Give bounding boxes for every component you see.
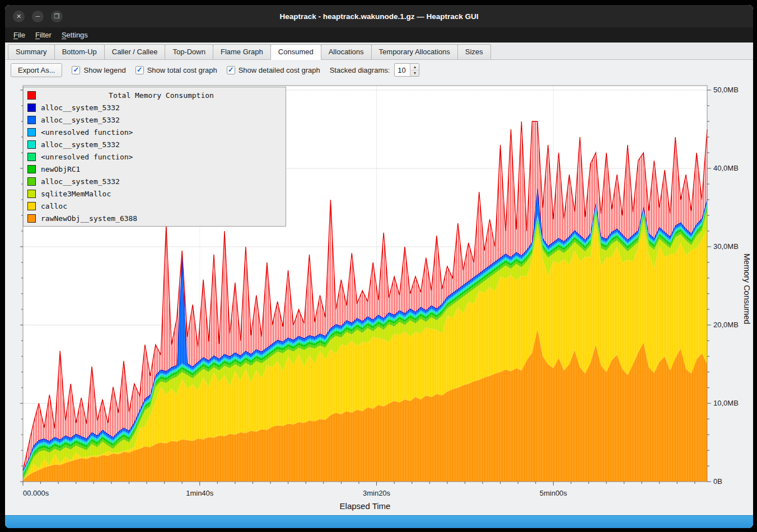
- legend-label: sqlite3MemMalloc: [41, 190, 111, 198]
- chart-legend: Total Memory Consumptionalloc__system_53…: [23, 87, 286, 227]
- maximize-button[interactable]: ❒: [51, 11, 63, 22]
- spinner-buttons: ▲ ▼: [410, 64, 419, 76]
- memory-consumption-chart: 00.000s1min40s3min20s5min00s0B10,0MB20,0…: [5, 80, 753, 515]
- tab-allocations[interactable]: Allocations: [321, 44, 372, 59]
- svg-text:30,0MB: 30,0MB: [713, 242, 739, 251]
- menu-settings[interactable]: Settings: [57, 29, 93, 41]
- minimize-icon: ─: [36, 13, 40, 20]
- legend-item: <unresolved function>: [27, 150, 282, 163]
- close-button[interactable]: ✕: [13, 11, 25, 22]
- toolbar: Export As... ✓ Show legend ✓ Show total …: [5, 60, 753, 80]
- checkbox-icon: ✓: [227, 66, 235, 74]
- legend-swatch-icon: [27, 103, 36, 112]
- legend-item: sqlite3MemMalloc: [27, 187, 282, 200]
- tab-bar: SummaryBottom-UpCaller / CalleeTop-DownF…: [5, 43, 753, 60]
- legend-label: newObjRC1: [41, 165, 80, 173]
- legend-swatch-icon: [27, 140, 36, 149]
- checkbox-label: Show total cost graph: [147, 66, 217, 74]
- legend-swatch-icon: [27, 116, 36, 124]
- y-axis-title: Memory Consumed: [742, 253, 751, 324]
- svg-text:20,0MB: 20,0MB: [713, 321, 739, 329]
- legend-label: <unresolved function>: [41, 153, 133, 161]
- timeline-scrollbar[interactable]: [5, 515, 753, 528]
- minimize-button[interactable]: ─: [32, 11, 44, 22]
- svg-text:00.000s: 00.000s: [23, 489, 49, 497]
- maximize-icon: ❒: [54, 13, 60, 20]
- tab-temporary-allocations[interactable]: Temporary Allocations: [371, 44, 458, 59]
- legend-item: newObjRC1: [27, 163, 282, 175]
- titlebar[interactable]: ✕ ─ ❒ Heaptrack - heaptrack.wakunode.1.g…: [5, 5, 753, 27]
- tab-summary[interactable]: Summary: [8, 44, 55, 59]
- tab-flame-graph[interactable]: Flame Graph: [213, 44, 271, 59]
- checkbox-label: Show legend: [83, 66, 125, 74]
- desktop-background: ✕ ─ ❒ Heaptrack - heaptrack.wakunode.1.g…: [0, 0, 757, 532]
- svg-text:0B: 0B: [713, 477, 722, 486]
- legend-label: rawNewObj__system_6388: [41, 214, 137, 223]
- legend-swatch-icon: [27, 190, 36, 198]
- spinbox-value[interactable]: 10: [395, 64, 410, 76]
- legend-item: alloc__system_5332: [27, 138, 282, 150]
- checkbox-icon: ✓: [72, 66, 80, 74]
- legend-label: Total Memory Consumption: [41, 91, 282, 100]
- stacked-diagrams-label: Stacked diagrams:: [330, 66, 390, 74]
- stacked-diagrams-spinbox[interactable]: 10 ▲ ▼: [394, 63, 419, 77]
- tab-consumed[interactable]: Consumed: [270, 44, 321, 60]
- svg-text:1min40s: 1min40s: [186, 489, 214, 497]
- checkbox-icon: ✓: [135, 66, 144, 74]
- legend-item: alloc__system_5332: [27, 114, 282, 126]
- window-title: Heaptrack - heaptrack.wakunode.1.gz — He…: [280, 12, 479, 21]
- menu-file[interactable]: File: [8, 29, 30, 41]
- tab-top-down[interactable]: Top-Down: [165, 44, 213, 59]
- show-detailed-cost-graph-checkbox[interactable]: ✓ Show detailed cost graph: [227, 66, 320, 74]
- show-legend-checkbox[interactable]: ✓ Show legend: [72, 66, 125, 74]
- check-icon: ✓: [137, 66, 143, 73]
- legend-swatch-icon: [27, 165, 36, 173]
- svg-text:40,0MB: 40,0MB: [713, 164, 739, 172]
- svg-text:5min00s: 5min00s: [540, 489, 568, 497]
- svg-text:Elapsed Time: Elapsed Time: [340, 501, 391, 511]
- tab-sizes[interactable]: Sizes: [457, 44, 491, 59]
- menubar: FileFilterSettings: [5, 27, 753, 43]
- legend-label: calloc: [41, 202, 67, 210]
- legend-item: alloc__system_5332: [27, 101, 282, 114]
- check-icon: ✓: [228, 66, 234, 73]
- legend-label: alloc__system_5332: [41, 140, 120, 149]
- legend-label: alloc__system_5332: [41, 116, 120, 124]
- legend-swatch-icon: [27, 177, 36, 186]
- export-as-button[interactable]: Export As...: [11, 63, 62, 77]
- svg-text:3min20s: 3min20s: [363, 489, 391, 497]
- legend-swatch-icon: [27, 202, 36, 210]
- svg-text:10,0MB: 10,0MB: [713, 399, 739, 407]
- legend-item: <unresolved function>: [27, 126, 282, 138]
- window-controls: ✕ ─ ❒: [13, 5, 63, 27]
- show-total-cost-graph-checkbox[interactable]: ✓ Show total cost graph: [135, 66, 217, 74]
- tab-caller-callee[interactable]: Caller / Callee: [104, 44, 166, 59]
- legend-item: calloc: [27, 200, 282, 212]
- legend-swatch-icon: [27, 128, 36, 136]
- legend-swatch-icon: [27, 91, 36, 100]
- legend-swatch-icon: [27, 214, 36, 223]
- spin-down-button[interactable]: ▼: [410, 70, 419, 77]
- legend-swatch-icon: [27, 153, 36, 161]
- menu-filter[interactable]: Filter: [30, 29, 57, 41]
- checkbox-label: Show detailed cost graph: [239, 66, 320, 74]
- spin-up-button[interactable]: ▲: [410, 64, 419, 70]
- legend-title-row: Total Memory Consumption: [27, 89, 282, 101]
- svg-text:50,0MB: 50,0MB: [713, 86, 739, 94]
- legend-label: alloc__system_5332: [41, 177, 120, 186]
- check-icon: ✓: [73, 66, 80, 73]
- legend-item: alloc__system_5332: [27, 175, 282, 187]
- tab-bottom-up[interactable]: Bottom-Up: [54, 44, 105, 59]
- legend-label: <unresolved function>: [41, 128, 133, 136]
- close-icon: ✕: [16, 13, 21, 20]
- legend-label: alloc__system_5332: [41, 103, 120, 112]
- heaptrack-window: ✕ ─ ❒ Heaptrack - heaptrack.wakunode.1.g…: [4, 4, 754, 529]
- legend-item: rawNewObj__system_6388: [27, 212, 282, 224]
